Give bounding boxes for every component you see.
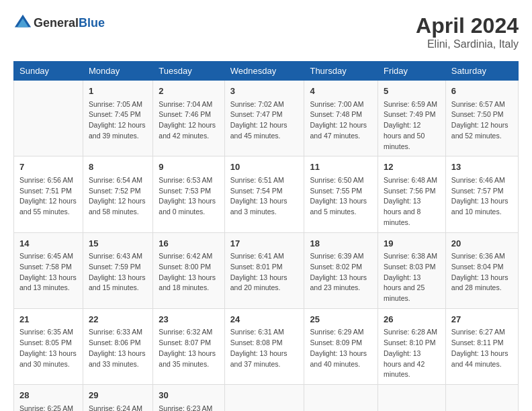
calendar-cell: 8Sunrise: 6:54 AMSunset: 7:52 PMDaylight… bbox=[83, 156, 152, 232]
calendar-cell: 10Sunrise: 6:51 AMSunset: 7:54 PMDayligh… bbox=[224, 156, 304, 232]
calendar-cell: 21Sunrise: 6:35 AMSunset: 8:05 PMDayligh… bbox=[14, 308, 83, 384]
day-info: Sunrise: 6:42 AMSunset: 8:00 PMDaylight:… bbox=[159, 251, 218, 293]
day-info: Sunrise: 6:32 AMSunset: 8:07 PMDaylight:… bbox=[159, 327, 218, 369]
calendar-cell: 11Sunrise: 6:50 AMSunset: 7:55 PMDayligh… bbox=[304, 156, 378, 232]
day-info: Sunrise: 6:35 AMSunset: 8:05 PMDaylight:… bbox=[19, 327, 77, 369]
weekday-header-tuesday: Tuesday bbox=[153, 62, 224, 81]
day-number: 30 bbox=[159, 389, 218, 402]
calendar-cell: 2Sunrise: 7:04 AMSunset: 7:46 PMDaylight… bbox=[153, 81, 224, 156]
day-info: Sunrise: 6:57 AMSunset: 7:50 PMDaylight:… bbox=[451, 99, 513, 142]
day-number: 3 bbox=[230, 85, 299, 98]
calendar-cell: 24Sunrise: 6:31 AMSunset: 8:08 PMDayligh… bbox=[224, 308, 304, 384]
calendar-cell: 9Sunrise: 6:53 AMSunset: 7:53 PMDaylight… bbox=[153, 156, 224, 232]
day-number: 15 bbox=[89, 237, 147, 250]
calendar-cell: 4Sunrise: 7:00 AMSunset: 7:48 PMDaylight… bbox=[304, 81, 378, 156]
calendar-cell: 27Sunrise: 6:27 AMSunset: 8:11 PMDayligh… bbox=[445, 308, 518, 384]
calendar-cell: 26Sunrise: 6:28 AMSunset: 8:10 PMDayligh… bbox=[378, 308, 445, 384]
day-info: Sunrise: 6:28 AMSunset: 8:10 PMDaylight:… bbox=[384, 327, 440, 380]
day-info: Sunrise: 6:53 AMSunset: 7:53 PMDaylight:… bbox=[159, 175, 218, 218]
day-number: 28 bbox=[19, 389, 77, 402]
calendar-title: April 2024 bbox=[416, 13, 519, 38]
calendar-cell: 6Sunrise: 6:57 AMSunset: 7:50 PMDaylight… bbox=[445, 81, 518, 156]
day-number: 21 bbox=[19, 313, 77, 326]
calendar-week-row: 7Sunrise: 6:56 AMSunset: 7:51 PMDaylight… bbox=[14, 156, 519, 232]
title-section: April 2024 Elini, Sardinia, Italy bbox=[416, 13, 519, 50]
day-info: Sunrise: 6:46 AMSunset: 7:57 PMDaylight:… bbox=[451, 175, 513, 218]
calendar-cell: 18Sunrise: 6:39 AMSunset: 8:02 PMDayligh… bbox=[304, 232, 378, 308]
day-info: Sunrise: 6:31 AMSunset: 8:08 PMDaylight:… bbox=[230, 327, 299, 369]
calendar-week-row: 14Sunrise: 6:45 AMSunset: 7:58 PMDayligh… bbox=[14, 232, 519, 308]
calendar-week-row: 21Sunrise: 6:35 AMSunset: 8:05 PMDayligh… bbox=[14, 308, 519, 384]
weekday-header-thursday: Thursday bbox=[304, 62, 378, 81]
day-info: Sunrise: 6:59 AMSunset: 7:49 PMDaylight:… bbox=[384, 99, 440, 152]
day-number: 19 bbox=[384, 237, 440, 250]
day-info: Sunrise: 6:48 AMSunset: 7:56 PMDaylight:… bbox=[384, 175, 440, 228]
day-number: 17 bbox=[230, 237, 299, 250]
day-info: Sunrise: 7:05 AMSunset: 7:45 PMDaylight:… bbox=[89, 99, 147, 142]
calendar-cell: 7Sunrise: 6:56 AMSunset: 7:51 PMDaylight… bbox=[14, 156, 83, 232]
day-number: 26 bbox=[384, 313, 440, 326]
day-info: Sunrise: 6:39 AMSunset: 8:02 PMDaylight:… bbox=[310, 251, 372, 293]
header-row: SundayMondayTuesdayWednesdayThursdayFrid… bbox=[14, 62, 519, 81]
logo-general: General bbox=[34, 16, 79, 30]
day-number: 5 bbox=[384, 85, 440, 98]
day-number: 18 bbox=[310, 237, 372, 250]
day-info: Sunrise: 6:33 AMSunset: 8:06 PMDaylight:… bbox=[89, 327, 147, 369]
day-info: Sunrise: 6:23 AMSunset: 8:14 PMDaylight:… bbox=[159, 404, 218, 412]
calendar-cell bbox=[378, 385, 445, 412]
calendar-cell: 22Sunrise: 6:33 AMSunset: 8:06 PMDayligh… bbox=[83, 308, 152, 384]
day-info: Sunrise: 6:54 AMSunset: 7:52 PMDaylight:… bbox=[89, 175, 147, 218]
calendar-cell: 15Sunrise: 6:43 AMSunset: 7:59 PMDayligh… bbox=[83, 232, 152, 308]
day-info: Sunrise: 6:27 AMSunset: 8:11 PMDaylight:… bbox=[451, 327, 513, 369]
day-number: 13 bbox=[451, 161, 513, 174]
day-info: Sunrise: 6:56 AMSunset: 7:51 PMDaylight:… bbox=[19, 175, 77, 218]
calendar-cell: 14Sunrise: 6:45 AMSunset: 7:58 PMDayligh… bbox=[14, 232, 83, 308]
day-number: 8 bbox=[89, 161, 147, 174]
day-number: 16 bbox=[159, 237, 218, 250]
day-info: Sunrise: 6:43 AMSunset: 7:59 PMDaylight:… bbox=[89, 251, 147, 293]
calendar-cell: 28Sunrise: 6:25 AMSunset: 8:12 PMDayligh… bbox=[14, 385, 83, 412]
day-number: 20 bbox=[451, 237, 513, 250]
calendar-subtitle: Elini, Sardinia, Italy bbox=[416, 38, 519, 50]
day-info: Sunrise: 7:02 AMSunset: 7:47 PMDaylight:… bbox=[230, 99, 299, 142]
calendar-cell: 1Sunrise: 7:05 AMSunset: 7:45 PMDaylight… bbox=[83, 81, 152, 156]
day-number: 12 bbox=[384, 161, 440, 174]
day-info: Sunrise: 6:51 AMSunset: 7:54 PMDaylight:… bbox=[230, 175, 299, 218]
weekday-header-friday: Friday bbox=[378, 62, 445, 81]
day-number: 2 bbox=[159, 85, 218, 98]
calendar-cell: 25Sunrise: 6:29 AMSunset: 8:09 PMDayligh… bbox=[304, 308, 378, 384]
day-number: 24 bbox=[230, 313, 299, 326]
calendar-cell: 19Sunrise: 6:38 AMSunset: 8:03 PMDayligh… bbox=[378, 232, 445, 308]
day-number: 27 bbox=[451, 313, 513, 326]
logo: GeneralBlue bbox=[13, 13, 105, 32]
weekday-header-monday: Monday bbox=[83, 62, 152, 81]
calendar-cell: 23Sunrise: 6:32 AMSunset: 8:07 PMDayligh… bbox=[153, 308, 224, 384]
day-number: 7 bbox=[19, 161, 77, 174]
calendar-table: SundayMondayTuesdayWednesdayThursdayFrid… bbox=[13, 61, 519, 411]
day-number: 10 bbox=[230, 161, 299, 174]
day-number: 4 bbox=[310, 85, 372, 98]
day-number: 14 bbox=[19, 237, 77, 250]
calendar-week-row: 28Sunrise: 6:25 AMSunset: 8:12 PMDayligh… bbox=[14, 385, 519, 412]
day-number: 9 bbox=[159, 161, 218, 174]
calendar-cell bbox=[445, 385, 518, 412]
weekday-header-wednesday: Wednesday bbox=[224, 62, 304, 81]
day-info: Sunrise: 6:41 AMSunset: 8:01 PMDaylight:… bbox=[230, 251, 299, 293]
calendar-cell: 5Sunrise: 6:59 AMSunset: 7:49 PMDaylight… bbox=[378, 81, 445, 156]
calendar-cell: 17Sunrise: 6:41 AMSunset: 8:01 PMDayligh… bbox=[224, 232, 304, 308]
page-header: GeneralBlue April 2024 Elini, Sardinia, … bbox=[13, 13, 519, 50]
day-info: Sunrise: 6:45 AMSunset: 7:58 PMDaylight:… bbox=[19, 251, 77, 293]
logo-blue: Blue bbox=[79, 16, 105, 30]
calendar-cell: 30Sunrise: 6:23 AMSunset: 8:14 PMDayligh… bbox=[153, 385, 224, 412]
weekday-header-saturday: Saturday bbox=[445, 62, 518, 81]
day-info: Sunrise: 7:04 AMSunset: 7:46 PMDaylight:… bbox=[159, 99, 218, 142]
day-number: 6 bbox=[451, 85, 513, 98]
day-info: Sunrise: 6:25 AMSunset: 8:12 PMDaylight:… bbox=[19, 404, 77, 412]
calendar-cell: 12Sunrise: 6:48 AMSunset: 7:56 PMDayligh… bbox=[378, 156, 445, 232]
calendar-cell bbox=[224, 385, 304, 412]
day-number: 11 bbox=[310, 161, 372, 174]
day-number: 25 bbox=[310, 313, 372, 326]
day-info: Sunrise: 6:24 AMSunset: 8:13 PMDaylight:… bbox=[89, 404, 147, 412]
day-info: Sunrise: 7:00 AMSunset: 7:48 PMDaylight:… bbox=[310, 99, 372, 142]
calendar-cell: 20Sunrise: 6:36 AMSunset: 8:04 PMDayligh… bbox=[445, 232, 518, 308]
